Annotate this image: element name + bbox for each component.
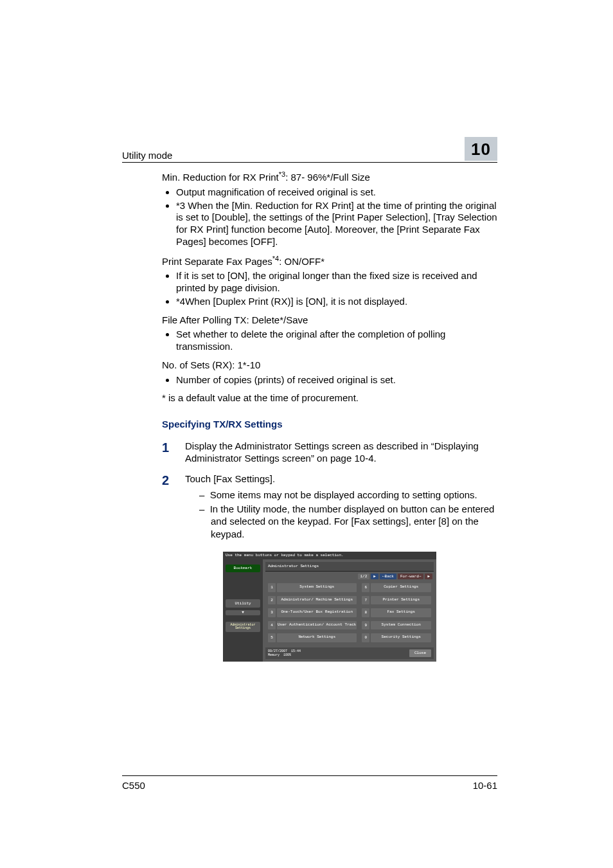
security-settings-button[interactable]: Security Settings <box>371 633 431 642</box>
device-frame: Use the menu buttons or keypad to make a… <box>223 552 436 662</box>
nav-arrow-icon[interactable]: ▶ <box>425 574 432 580</box>
page-footer: C550 10-61 <box>122 775 497 791</box>
back-button[interactable]: ←Back <box>380 574 396 580</box>
device-instruction: Use the menu buttons or keypad to make a… <box>223 552 436 559</box>
copier-settings-button[interactable]: Copier Settings <box>371 583 431 592</box>
file-after-line: File After Polling TX: Delete*/Save <box>162 314 497 327</box>
device-screenshot: Use the menu buttons or keypad to make a… <box>162 552 497 662</box>
sup: *4 <box>272 255 279 262</box>
file-after-bullets: Set whether to delete the original after… <box>162 329 497 353</box>
label: Min. Reduction for RX Print <box>162 172 279 183</box>
step-text: Touch [Fax Settings]. <box>185 473 497 485</box>
btn-num: 4 <box>268 621 276 630</box>
device-nav: 1/2 ▶ ←Back For-ward→ ▶ <box>265 572 434 583</box>
sup: *3 <box>279 170 285 178</box>
btn-num: 3 <box>268 608 276 617</box>
print-separate-bullets: If it is set to [ON], the original longe… <box>162 270 497 307</box>
step-text: Display the Administrator Settings scree… <box>185 440 497 465</box>
btn-num: 5 <box>268 633 276 642</box>
btn-num: 2 <box>268 596 276 605</box>
down-arrow-icon: ▼ <box>226 610 260 615</box>
page-header: Utility mode 10 <box>122 137 497 163</box>
network-settings-button[interactable]: Network Settings <box>277 633 357 642</box>
bookmark-button[interactable]: Bookmark <box>226 565 260 572</box>
no-sets-line: No. of Sets (RX): 1*-10 <box>162 359 497 372</box>
step-number: 1 <box>162 440 185 465</box>
onetouch-userbox-button[interactable]: One-Touch/User Box Registration <box>277 608 357 617</box>
printer-settings-button[interactable]: Printer Settings <box>371 596 431 605</box>
btn-num: 9 <box>362 621 369 630</box>
values: : 87- 96%*/Full Size <box>285 172 370 183</box>
content-area: Min. Reduction for RX Print*3: 87- 96%*/… <box>162 170 497 662</box>
btn-num: 0 <box>362 633 369 642</box>
step-2: 2 Touch [Fax Settings]. Some items may n… <box>162 473 497 542</box>
footer-right: 10-61 <box>473 780 497 791</box>
min-reduction-bullets: Output magnification of received origina… <box>162 186 497 248</box>
bullet: Output magnification of received origina… <box>176 186 497 199</box>
step-1: 1 Display the Administrator Settings scr… <box>162 440 497 465</box>
default-note: * is a default value at the time of proc… <box>162 392 497 404</box>
bullet: Set whether to delete the original after… <box>176 329 497 353</box>
btn-num: 8 <box>362 608 369 617</box>
fax-settings-button[interactable]: Fax Settings <box>371 608 431 617</box>
header-title: Utility mode <box>122 150 172 161</box>
footer-left: C550 <box>122 780 145 791</box>
forward-button[interactable]: For-ward→ <box>398 574 423 580</box>
device-sidebar: Bookmark Utility ▼ Administrator Setting… <box>223 559 263 662</box>
step-number: 2 <box>162 473 185 542</box>
btn-num: 1 <box>268 583 276 592</box>
system-connection-button[interactable]: System Connection <box>371 621 431 630</box>
bullet: Number of copies (prints) of received or… <box>176 374 497 386</box>
device-title: Administrator Settings <box>265 562 434 572</box>
step-body: Touch [Fax Settings]. Some items may not… <box>185 473 497 542</box>
bullet: If it is set to [ON], the original longe… <box>176 270 497 294</box>
device-status: 09/27/2007 15:44 Memory 100% <box>268 649 301 658</box>
admin-machine-button[interactable]: Administrator/ Machine Settings <box>277 596 357 605</box>
min-reduction-line: Min. Reduction for RX Print*3: 87- 96%*/… <box>162 170 497 184</box>
btn-num: 7 <box>362 596 369 605</box>
device-bottom-bar: 09/27/2007 15:44 Memory 100% Close <box>265 647 434 660</box>
bullet: *4When [Duplex Print (RX)] is [ON], it i… <box>176 296 497 308</box>
label: Print Separate Fax Pages <box>162 256 272 267</box>
chapter-number: 10 <box>471 140 491 159</box>
utility-button[interactable]: Utility <box>226 599 260 608</box>
btn-num: 6 <box>362 583 369 592</box>
print-separate-line: Print Separate Fax Pages*4: ON/OFF* <box>162 255 497 268</box>
step-dash-list: Some items may not be displayed accordin… <box>185 489 497 540</box>
dash-item: Some items may not be displayed accordin… <box>199 489 497 502</box>
close-button[interactable]: Close <box>409 649 431 658</box>
page-indicator: 1/2 <box>358 574 370 580</box>
admin-settings-sidebar[interactable]: Administrator Settings <box>226 622 260 633</box>
no-sets-bullets: Number of copies (prints) of received or… <box>162 374 497 386</box>
nav-arrow-icon[interactable]: ▶ <box>371 574 378 580</box>
values: : ON/OFF* <box>279 256 324 267</box>
device-main: Administrator Settings 1/2 ▶ ←Back For-w… <box>263 559 436 662</box>
bullet: *3 When the [Min. Reduction for RX Print… <box>176 200 497 248</box>
device-button-grid: 1System Settings 6Copier Settings 2Admin… <box>265 582 434 647</box>
chapter-badge: 10 <box>465 137 497 161</box>
dash-item: In the Utility mode, the number displaye… <box>199 503 497 541</box>
system-settings-button[interactable]: System Settings <box>277 583 357 592</box>
section-heading: Specifying TX/RX Settings <box>162 419 497 431</box>
user-auth-button[interactable]: User Authentication/ Account Track <box>277 621 357 630</box>
